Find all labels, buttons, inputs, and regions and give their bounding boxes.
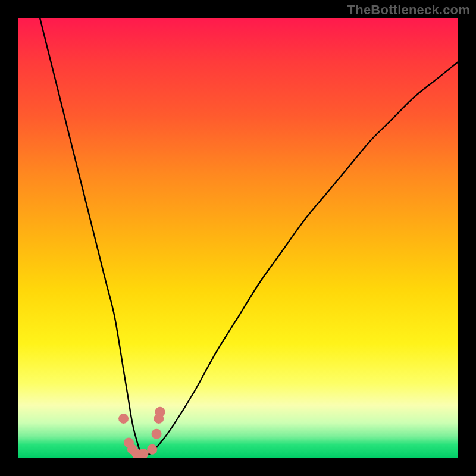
bottleneck-curve [40,18,458,455]
data-marker [118,414,129,424]
data-marker [155,407,165,417]
chart-svg [18,18,458,458]
data-markers [118,407,165,458]
plot-area [18,18,458,458]
watermark-label: TheBottleneck.com [347,2,470,18]
data-marker [152,429,162,439]
data-marker [147,444,157,455]
chart-frame: TheBottleneck.com [0,0,476,476]
